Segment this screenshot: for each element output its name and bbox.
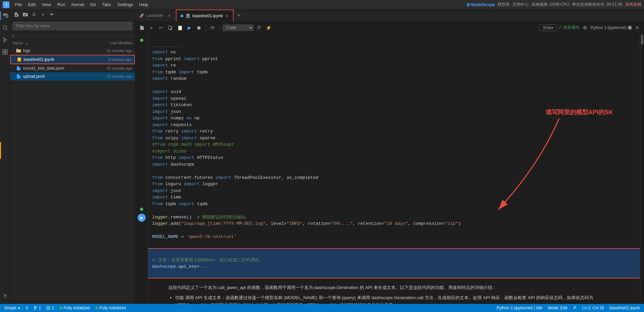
close-instance-button[interactable]: 关闭实例 xyxy=(625,2,641,7)
new-tab-button[interactable]: + xyxy=(234,9,244,21)
status-bar: Simple ● 0 1 1 Fully initialized Fully i… xyxy=(0,304,644,312)
svg-rect-9 xyxy=(3,52,5,54)
menu-edit[interactable]: Edit xyxy=(25,1,38,8)
tab-notebook-close-button[interactable]: × xyxy=(225,13,229,19)
modellib-link[interactable]: 模型库 xyxy=(498,2,510,7)
save-checkmark-icon: ✓ xyxy=(558,25,562,30)
save-toolbar-button[interactable] xyxy=(138,24,146,32)
scrollbar-thumb[interactable] xyxy=(641,34,643,45)
cell-run-button[interactable]: ▶ xyxy=(138,214,146,222)
tab-launcher-icon: 🚀 xyxy=(139,13,144,18)
list-item[interactable]: upload.jsonl 10 minutes ago xyxy=(10,72,135,80)
timer-button[interactable]: ⏱ xyxy=(255,24,263,32)
edit-icon xyxy=(573,306,577,310)
sidebar-toolbar: + xyxy=(10,9,135,20)
share-button[interactable]: Share xyxy=(539,24,557,31)
svg-rect-7 xyxy=(3,50,5,52)
tab-notebook[interactable]: 📓 baseline01.ipynb × xyxy=(176,9,234,21)
run-cell-button[interactable]: ▶ xyxy=(185,24,193,32)
bullet-list: 功能 调用 API 生成文本：该函数通过传递一个模型名称 (MODEL_NAME… xyxy=(168,294,623,304)
cell-type-select[interactable]: Code Markdown Raw xyxy=(222,24,254,31)
tab-launcher-close-button[interactable]: × xyxy=(167,12,171,19)
activity-extensions-icon[interactable] xyxy=(0,47,10,57)
markdown-cell-1: 这段代码定义了一个名为 call_qwen_api 的函数，该函数用于调用一个名… xyxy=(148,279,640,304)
cell-status-dot-1 xyxy=(140,39,143,42)
code-cell-2: # 注意：这里需要填入你的key~ 咱们在第二步申请的。 dashscope.a… xyxy=(148,249,640,278)
stop-cell-button[interactable]: ⏹ xyxy=(195,24,203,32)
settings-button[interactable]: ⚙ xyxy=(581,24,589,32)
doclib-link[interactable]: 文档中心 xyxy=(512,2,529,7)
toolbar-separator xyxy=(206,24,206,31)
menu-tabs[interactable]: Tabs xyxy=(99,1,114,8)
filter-container xyxy=(10,20,135,32)
kernel-status-label: Python 3 (ipykernel) | Idle xyxy=(497,306,543,310)
file-name-label: upload.jsonl xyxy=(23,74,92,79)
svg-rect-14 xyxy=(18,59,20,60)
svg-point-1 xyxy=(3,26,6,29)
menu-settings[interactable]: Settings xyxy=(115,1,136,8)
status-branch-label: 1 xyxy=(39,306,41,310)
cell-1-content[interactable]: ........... import os from pprint import… xyxy=(148,34,640,248)
build-icon xyxy=(46,306,50,310)
markdown-intro: 这段代码定义了一个名为 call_qwen_api 的函数，该函数用于调用一个名… xyxy=(168,284,623,291)
editor-area: 🚀 Launcher × 📓 baseline01.ipynb × + + ✂ xyxy=(135,9,644,304)
editor-scrollbar[interactable] xyxy=(640,34,644,304)
list-item[interactable]: logs 41 minutes ago xyxy=(10,47,135,55)
breadcrumb: / xyxy=(10,32,135,40)
cell-2-content[interactable]: # 注意：这里需要填入你的key~ 咱们在第二步申请的。 dashscope.a… xyxy=(148,249,640,278)
menu-run[interactable]: Run xyxy=(54,1,68,8)
file-name-label: baseline01.ipynb xyxy=(24,57,91,62)
menu-kernel[interactable]: Kernel xyxy=(69,1,87,8)
save-status: ✓ 保存成功 xyxy=(558,25,579,30)
app-logo: J xyxy=(3,1,9,8)
svg-rect-16 xyxy=(169,26,171,29)
svg-rect-13 xyxy=(18,59,21,59)
code-cell-1: ........... import os from pprint import… xyxy=(148,34,640,248)
activity-search-icon[interactable] xyxy=(0,23,10,32)
list-item[interactable]: baseline01.ipynb 9 minutes ago xyxy=(10,55,135,64)
svg-rect-10 xyxy=(5,52,7,54)
status-toggle[interactable]: ● xyxy=(18,306,20,310)
status-dot-2 xyxy=(95,307,98,309)
status-init1-label: Fully initialized xyxy=(64,306,90,310)
file-tree-header: Name ▲ Last Modified xyxy=(10,40,135,47)
run-all-button[interactable]: ⚡ xyxy=(264,24,272,32)
svg-rect-12 xyxy=(18,58,21,59)
file-list: logs 41 minutes ago baseline01.ipynb 9 m… xyxy=(10,47,135,304)
svg-line-2 xyxy=(6,29,7,30)
add-tab-button[interactable]: + xyxy=(39,11,47,18)
menu-git[interactable]: Git xyxy=(88,1,99,8)
folder-icon xyxy=(16,48,22,54)
editor-toolbar: + ✂ 📋 ▶ ⏹ ⟳ Code Markdown Raw ⏱ ⚡ Share xyxy=(135,22,644,34)
new-file-button[interactable] xyxy=(13,11,20,18)
bullet-item-1: 功能 调用 API 生成文本：该函数通过传递一个模型名称 (MODEL_NAME… xyxy=(175,294,623,304)
paste-cell-button[interactable]: 📋 xyxy=(176,24,184,32)
svg-rect-8 xyxy=(5,50,7,52)
status-bar-right: Python 3 (ipykernel) | Idle Mode: Edit L… xyxy=(497,306,640,310)
tab-launcher[interactable]: 🚀 Launcher × xyxy=(135,9,176,21)
activity-git-icon[interactable] xyxy=(0,35,10,45)
menu-view[interactable]: View xyxy=(39,1,54,8)
restart-kernel-button[interactable]: ⟳ xyxy=(209,24,217,32)
jsonl-file-icon xyxy=(16,73,22,79)
cell-gutter: ▶ xyxy=(135,34,148,304)
activity-settings-icon[interactable] xyxy=(0,292,10,301)
search-input[interactable] xyxy=(13,22,132,30)
copy-cell-button[interactable] xyxy=(166,24,174,32)
list-item[interactable]: round1_test_data.jsonl 42 minutes ago xyxy=(10,64,135,72)
add-cell-button[interactable]: + xyxy=(147,24,156,32)
status-init2: Fully initialized xyxy=(95,306,126,310)
menu-help[interactable]: Help xyxy=(137,1,151,8)
ln-col-label: Ln 2, Col 26 xyxy=(582,306,604,310)
activity-files-icon[interactable] xyxy=(0,11,10,20)
menu-file[interactable]: File xyxy=(12,1,25,8)
refresh-button[interactable] xyxy=(30,11,38,18)
save-status-label: 保存成功 xyxy=(563,25,579,30)
collapse-button[interactable] xyxy=(48,11,55,18)
cut-cell-button[interactable]: ✂ xyxy=(157,24,165,32)
new-folder-button[interactable] xyxy=(22,11,29,18)
close-editor-button[interactable]: × xyxy=(633,24,641,32)
svg-point-18 xyxy=(34,306,35,307)
notebook-content[interactable]: ........... import os from pprint import… xyxy=(148,34,640,304)
column-name-header: Name xyxy=(13,41,23,45)
